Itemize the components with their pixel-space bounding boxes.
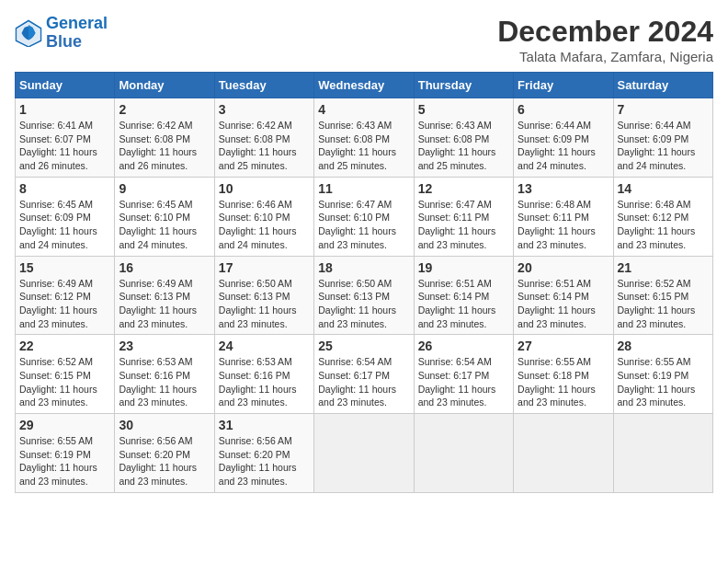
calendar-cell: [613, 414, 712, 493]
calendar-cell: 10Sunrise: 6:46 AM Sunset: 6:10 PM Dayli…: [214, 177, 313, 256]
day-info: Sunrise: 6:50 AM Sunset: 6:13 PM Dayligh…: [219, 277, 310, 331]
day-number: 1: [19, 102, 110, 117]
calendar-cell: 19Sunrise: 6:51 AM Sunset: 6:14 PM Dayli…: [414, 256, 513, 335]
calendar-cell: 20Sunrise: 6:51 AM Sunset: 6:14 PM Dayli…: [514, 256, 613, 335]
header-cell-wednesday: Wednesday: [314, 73, 414, 98]
calendar-cell: 13Sunrise: 6:48 AM Sunset: 6:11 PM Dayli…: [514, 177, 613, 256]
header-cell-tuesday: Tuesday: [214, 73, 313, 98]
calendar-week-4: 22Sunrise: 6:52 AM Sunset: 6:15 PM Dayli…: [16, 335, 713, 414]
day-info: Sunrise: 6:43 AM Sunset: 6:08 PM Dayligh…: [418, 119, 509, 173]
day-info: Sunrise: 6:55 AM Sunset: 6:19 PM Dayligh…: [19, 434, 110, 488]
calendar-cell: 7Sunrise: 6:44 AM Sunset: 6:09 PM Daylig…: [613, 98, 712, 178]
calendar-cell: 14Sunrise: 6:48 AM Sunset: 6:12 PM Dayli…: [613, 177, 712, 256]
day-number: 31: [219, 418, 310, 432]
day-number: 4: [318, 102, 409, 117]
day-number: 24: [219, 339, 310, 353]
day-info: Sunrise: 6:43 AM Sunset: 6:08 PM Dayligh…: [318, 119, 409, 173]
calendar-cell: 11Sunrise: 6:47 AM Sunset: 6:10 PM Dayli…: [314, 177, 414, 256]
logo-text: General Blue: [46, 15, 108, 52]
day-number: 12: [418, 181, 509, 196]
day-info: Sunrise: 6:47 AM Sunset: 6:10 PM Dayligh…: [318, 198, 409, 252]
calendar-cell: 28Sunrise: 6:55 AM Sunset: 6:19 PM Dayli…: [613, 335, 712, 414]
calendar-cell: 25Sunrise: 6:54 AM Sunset: 6:17 PM Dayli…: [314, 335, 414, 414]
header-cell-friday: Friday: [514, 73, 613, 98]
day-info: Sunrise: 6:50 AM Sunset: 6:13 PM Dayligh…: [318, 277, 409, 331]
calendar-cell: 24Sunrise: 6:53 AM Sunset: 6:16 PM Dayli…: [214, 335, 313, 414]
day-info: Sunrise: 6:42 AM Sunset: 6:08 PM Dayligh…: [219, 119, 310, 173]
calendar-week-2: 8Sunrise: 6:45 AM Sunset: 6:09 PM Daylig…: [16, 177, 713, 256]
day-info: Sunrise: 6:53 AM Sunset: 6:16 PM Dayligh…: [219, 355, 310, 409]
calendar-cell: 26Sunrise: 6:54 AM Sunset: 6:17 PM Dayli…: [414, 335, 513, 414]
day-number: 29: [19, 418, 110, 432]
day-info: Sunrise: 6:48 AM Sunset: 6:12 PM Dayligh…: [618, 198, 709, 252]
calendar-cell: 6Sunrise: 6:44 AM Sunset: 6:09 PM Daylig…: [514, 98, 613, 178]
calendar-cell: 8Sunrise: 6:45 AM Sunset: 6:09 PM Daylig…: [16, 177, 115, 256]
day-number: 14: [618, 181, 709, 196]
day-number: 21: [618, 260, 709, 275]
day-number: 5: [418, 102, 509, 117]
day-info: Sunrise: 6:51 AM Sunset: 6:14 PM Dayligh…: [518, 277, 609, 331]
calendar-cell: [514, 414, 613, 493]
calendar-cell: 16Sunrise: 6:49 AM Sunset: 6:13 PM Dayli…: [115, 256, 214, 335]
day-number: 25: [318, 339, 409, 353]
calendar-cell: [314, 414, 414, 493]
day-info: Sunrise: 6:49 AM Sunset: 6:13 PM Dayligh…: [119, 277, 210, 331]
calendar-cell: 1Sunrise: 6:41 AM Sunset: 6:07 PM Daylig…: [16, 98, 115, 178]
day-number: 23: [119, 339, 210, 353]
day-info: Sunrise: 6:53 AM Sunset: 6:16 PM Dayligh…: [119, 355, 210, 409]
day-number: 11: [318, 181, 409, 196]
calendar-cell: 5Sunrise: 6:43 AM Sunset: 6:08 PM Daylig…: [414, 98, 513, 178]
day-number: 28: [618, 339, 709, 353]
calendar-cell: [414, 414, 513, 493]
day-info: Sunrise: 6:56 AM Sunset: 6:20 PM Dayligh…: [219, 434, 310, 488]
day-info: Sunrise: 6:45 AM Sunset: 6:09 PM Dayligh…: [19, 198, 110, 252]
day-number: 2: [119, 102, 210, 117]
calendar-cell: 15Sunrise: 6:49 AM Sunset: 6:12 PM Dayli…: [16, 256, 115, 335]
day-info: Sunrise: 6:44 AM Sunset: 6:09 PM Dayligh…: [518, 119, 609, 173]
day-info: Sunrise: 6:54 AM Sunset: 6:17 PM Dayligh…: [418, 355, 509, 409]
calendar-cell: 21Sunrise: 6:52 AM Sunset: 6:15 PM Dayli…: [613, 256, 712, 335]
calendar-week-3: 15Sunrise: 6:49 AM Sunset: 6:12 PM Dayli…: [16, 256, 713, 335]
logo: General Blue: [15, 15, 108, 52]
day-info: Sunrise: 6:52 AM Sunset: 6:15 PM Dayligh…: [19, 355, 110, 409]
day-info: Sunrise: 6:52 AM Sunset: 6:15 PM Dayligh…: [618, 277, 709, 331]
day-number: 13: [518, 181, 609, 196]
calendar-body: 1Sunrise: 6:41 AM Sunset: 6:07 PM Daylig…: [16, 98, 713, 493]
day-info: Sunrise: 6:44 AM Sunset: 6:09 PM Dayligh…: [618, 119, 709, 173]
calendar-cell: 12Sunrise: 6:47 AM Sunset: 6:11 PM Dayli…: [414, 177, 513, 256]
calendar-week-5: 29Sunrise: 6:55 AM Sunset: 6:19 PM Dayli…: [16, 414, 713, 493]
header-row: SundayMondayTuesdayWednesdayThursdayFrid…: [16, 73, 713, 98]
header-cell-sunday: Sunday: [16, 73, 115, 98]
day-info: Sunrise: 6:42 AM Sunset: 6:08 PM Dayligh…: [119, 119, 210, 173]
calendar-cell: 23Sunrise: 6:53 AM Sunset: 6:16 PM Dayli…: [115, 335, 214, 414]
header-cell-monday: Monday: [115, 73, 214, 98]
calendar-cell: 3Sunrise: 6:42 AM Sunset: 6:08 PM Daylig…: [214, 98, 313, 178]
day-info: Sunrise: 6:54 AM Sunset: 6:17 PM Dayligh…: [318, 355, 409, 409]
day-info: Sunrise: 6:45 AM Sunset: 6:10 PM Dayligh…: [119, 198, 210, 252]
calendar-cell: 27Sunrise: 6:55 AM Sunset: 6:18 PM Dayli…: [514, 335, 613, 414]
page-header: General Blue December 2024 Talata Mafara…: [15, 15, 713, 64]
calendar-cell: 30Sunrise: 6:56 AM Sunset: 6:20 PM Dayli…: [115, 414, 214, 493]
day-number: 18: [318, 260, 409, 275]
day-info: Sunrise: 6:41 AM Sunset: 6:07 PM Dayligh…: [19, 119, 110, 173]
day-info: Sunrise: 6:55 AM Sunset: 6:19 PM Dayligh…: [618, 355, 709, 409]
header-cell-saturday: Saturday: [613, 73, 712, 98]
calendar-cell: 2Sunrise: 6:42 AM Sunset: 6:08 PM Daylig…: [115, 98, 214, 178]
calendar-cell: 18Sunrise: 6:50 AM Sunset: 6:13 PM Dayli…: [314, 256, 414, 335]
calendar-cell: 22Sunrise: 6:52 AM Sunset: 6:15 PM Dayli…: [16, 335, 115, 414]
day-number: 15: [19, 260, 110, 275]
month-title: December 2024: [497, 15, 713, 49]
day-number: 26: [418, 339, 509, 353]
calendar-cell: 17Sunrise: 6:50 AM Sunset: 6:13 PM Dayli…: [214, 256, 313, 335]
calendar-table: SundayMondayTuesdayWednesdayThursdayFrid…: [15, 72, 713, 493]
location-title: Talata Mafara, Zamfara, Nigeria: [497, 49, 713, 64]
day-number: 8: [19, 181, 110, 196]
day-number: 7: [618, 102, 709, 117]
day-info: Sunrise: 6:46 AM Sunset: 6:10 PM Dayligh…: [219, 198, 310, 252]
calendar-cell: 29Sunrise: 6:55 AM Sunset: 6:19 PM Dayli…: [16, 414, 115, 493]
day-number: 30: [119, 418, 210, 432]
calendar-week-1: 1Sunrise: 6:41 AM Sunset: 6:07 PM Daylig…: [16, 98, 713, 178]
day-number: 20: [518, 260, 609, 275]
day-info: Sunrise: 6:48 AM Sunset: 6:11 PM Dayligh…: [518, 198, 609, 252]
day-number: 16: [119, 260, 210, 275]
